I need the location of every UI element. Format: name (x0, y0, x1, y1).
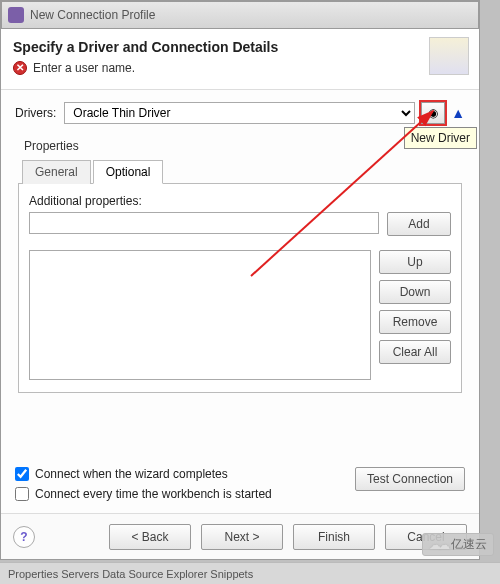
tab-optional[interactable]: Optional (93, 160, 164, 184)
back-button[interactable]: < Back (109, 524, 191, 550)
properties-label: Properties (24, 139, 462, 153)
drivers-select[interactable]: Oracle Thin Driver (64, 102, 415, 124)
page-title: Specify a Driver and Connection Details (13, 39, 467, 55)
drivers-row: Drivers: Oracle Thin Driver ◉ ▲ (15, 102, 465, 124)
lower-options: Connect when the wizard completes Connec… (15, 467, 465, 507)
properties-group: Properties General Optional Additional p… (15, 134, 465, 394)
connection-profile-dialog: New Connection Profile Specify a Driver … (0, 0, 480, 560)
additional-property-input[interactable] (29, 212, 379, 234)
app-icon (8, 7, 24, 23)
additional-properties-label: Additional properties: (29, 194, 451, 208)
clear-all-button[interactable]: Clear All (379, 340, 451, 364)
down-button[interactable]: Down (379, 280, 451, 304)
connect-every-checkbox[interactable] (15, 487, 29, 501)
up-button[interactable]: Up (379, 250, 451, 274)
tab-row: General Optional (18, 159, 462, 184)
finish-button[interactable]: Finish (293, 524, 375, 550)
warning-icon: ▲ (451, 105, 465, 121)
window-titlebar: New Connection Profile (1, 1, 479, 29)
new-driver-button[interactable]: ◉ (421, 102, 445, 124)
error-message: Enter a user name. (33, 61, 135, 75)
connect-every-row: Connect every time the workbench is star… (15, 487, 272, 501)
next-button[interactable]: Next > (201, 524, 283, 550)
watermark-text: 亿速云 (451, 536, 487, 553)
tab-body-optional: Additional properties: Add Up Down Remov… (18, 184, 462, 393)
test-connection-button[interactable]: Test Connection (355, 467, 465, 491)
properties-listbox[interactable] (29, 250, 371, 380)
watermark: ☁☁ 亿速云 (422, 533, 494, 556)
error-icon: ✕ (13, 61, 27, 75)
list-button-column: Up Down Remove Clear All (379, 250, 451, 380)
connect-every-label: Connect every time the workbench is star… (35, 487, 272, 501)
os-taskbar: Properties Servers Data Source Explorer … (0, 562, 500, 584)
connect-complete-row: Connect when the wizard completes (15, 467, 272, 481)
error-row: ✕ Enter a user name. (13, 61, 467, 75)
add-button[interactable]: Add (387, 212, 451, 236)
new-driver-tooltip: New Driver (404, 127, 477, 149)
wizard-footer: ? < Back Next > Finish Cancel (1, 513, 479, 559)
new-driver-icon: ◉ (428, 106, 438, 120)
taskbar-text: Properties Servers Data Source Explorer … (8, 568, 253, 580)
dialog-header: Specify a Driver and Connection Details … (1, 29, 479, 90)
header-image (429, 37, 469, 75)
connect-complete-label: Connect when the wizard completes (35, 467, 228, 481)
window-title: New Connection Profile (30, 8, 155, 22)
help-button[interactable]: ? (13, 526, 35, 548)
remove-button[interactable]: Remove (379, 310, 451, 334)
tab-general[interactable]: General (22, 160, 91, 184)
drivers-label: Drivers: (15, 106, 56, 120)
connect-complete-checkbox[interactable] (15, 467, 29, 481)
